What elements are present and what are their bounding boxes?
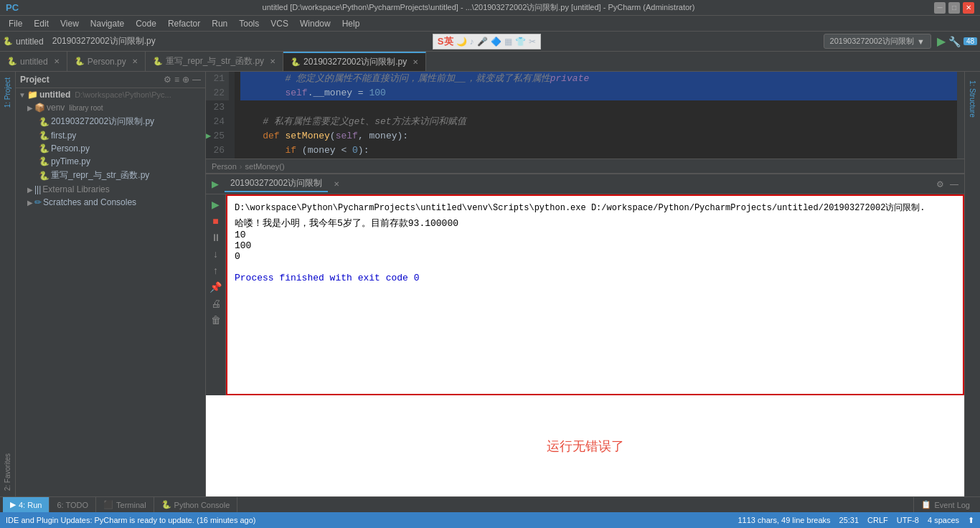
panel-actions: ⚙ ≡ ⊕ — bbox=[164, 75, 201, 85]
tab-access-close[interactable]: ✕ bbox=[413, 58, 418, 66]
bottom-tab-terminal-label: Terminal bbox=[116, 501, 146, 509]
run-panel: ▶ 201903272002访问限制 ✕ ⚙ — ▶ ■ ⏸ ↓ ↑ 📌 bbox=[206, 173, 964, 395]
run-pause-button[interactable]: ⏸ bbox=[209, 230, 223, 245]
tree-pytime-icon: 🐍 bbox=[39, 156, 50, 166]
sougou-pen-icon[interactable]: 🔷 bbox=[491, 37, 501, 47]
tab-access[interactable]: 🐍 201903272002访问限制.py ✕ bbox=[283, 52, 426, 71]
status-position: 25:31 bbox=[839, 516, 859, 525]
terminal-icon: ⬛ bbox=[103, 500, 113, 509]
tab-person-close[interactable]: ✕ bbox=[132, 57, 138, 65]
menu-run[interactable]: Run bbox=[206, 17, 233, 30]
sougou-mic-icon[interactable]: 🎤 bbox=[477, 37, 488, 47]
run-tab-label[interactable]: 201903272002访问限制 bbox=[225, 176, 328, 192]
editor-area[interactable]: 21 22 23 24 25 ▶ 26 27 bbox=[206, 72, 964, 173]
sougou-note-icon[interactable]: ♪ bbox=[470, 37, 474, 47]
menu-file[interactable]: File bbox=[3, 17, 28, 30]
project-dropdown[interactable]: 201903272002访问限制 ▼ bbox=[824, 34, 931, 49]
tree-item-first[interactable]: 🐍 first.py bbox=[16, 129, 205, 142]
tree-item-untitled-root[interactable]: ▼ 📁 untitled D:\workspace\Python\Pyc... bbox=[16, 88, 205, 101]
tree-first-label: first.py bbox=[51, 131, 76, 141]
run-output-line-2: 10 bbox=[235, 230, 956, 240]
run-trash-button[interactable]: 🗑 bbox=[209, 313, 223, 327]
event-log-tab[interactable]: 📋 Event Log bbox=[913, 497, 977, 513]
status-info: 1113 chars, 49 line breaks 25:31 CRLF UT… bbox=[738, 516, 975, 525]
tab-untitled-close[interactable]: ✕ bbox=[54, 57, 60, 65]
code-content[interactable]: # 您定义的属性不能直接访问，属性前加__，就变成了私有属性private se… bbox=[235, 72, 957, 159]
left-tab-strip: 1: Project 2: Favorites bbox=[0, 72, 16, 496]
event-log-label: Event Log bbox=[934, 501, 970, 509]
run-print-button[interactable]: 🖨 bbox=[209, 296, 223, 311]
menu-view[interactable]: View bbox=[55, 17, 85, 30]
top-bar: 🐍 untitled 201903272002访问限制.py S英 🌙 ♪ 🎤 … bbox=[0, 32, 980, 52]
sidebar-item-project[interactable]: 1: Project bbox=[1, 72, 14, 113]
tree-first-icon: 🐍 bbox=[39, 131, 50, 141]
bottom-tab-terminal[interactable]: ⬛ Terminal bbox=[96, 497, 154, 513]
run-button[interactable]: ▶ bbox=[937, 34, 946, 48]
panel-settings-icon[interactable]: ⚙ bbox=[164, 75, 171, 85]
tab-person[interactable]: 🐍 Person.py ✕ bbox=[67, 52, 146, 71]
menu-window[interactable]: Window bbox=[294, 17, 336, 30]
tree-item-person[interactable]: 🐍 Person.py bbox=[16, 142, 205, 155]
run-output-line-1: 哈喽！我是小明，我今年5岁了。目前存款93.100000 bbox=[235, 217, 956, 230]
tree-item-repr[interactable]: 🐍 重写_repr_与_str_函数.py bbox=[16, 168, 205, 183]
bottom-tab-python-console-label: Python Console bbox=[174, 501, 230, 509]
run-tab-close-icon[interactable]: ✕ bbox=[334, 180, 339, 188]
run-scroll-up-button[interactable]: ↑ bbox=[209, 263, 223, 278]
bottom-tab-todo[interactable]: 6: TODO bbox=[50, 497, 96, 513]
menu-help[interactable]: Help bbox=[336, 17, 366, 30]
bottom-tabs-bar: ▶ 4: Run 6: TODO ⬛ Terminal 🐍 Python Con… bbox=[0, 496, 980, 512]
tab-repr[interactable]: 🐍 重写_repr_与_str_函数.py ✕ bbox=[146, 52, 283, 71]
window-controls: ─ □ ✕ bbox=[934, 2, 974, 14]
bottom-tab-run[interactable]: ▶ 4: Run bbox=[3, 497, 50, 513]
line-num-24: 24 bbox=[206, 115, 229, 129]
run-panel-header: ▶ 201903272002访问限制 ✕ ⚙ — bbox=[206, 174, 964, 194]
tree-venv-label: venv bbox=[47, 103, 65, 113]
tree-access-label: 201903272002访问限制.py bbox=[51, 116, 154, 128]
panel-layout-icon[interactable]: ≡ bbox=[174, 75, 179, 85]
tree-item-ext-libs[interactable]: ▶ ||| External Libraries bbox=[16, 183, 205, 196]
tab-untitled[interactable]: 🐍 untitled ✕ bbox=[0, 52, 67, 71]
panel-sync-icon[interactable]: ⊕ bbox=[182, 75, 189, 85]
run-play-button[interactable]: ▶ bbox=[209, 197, 223, 212]
run-content: ▶ ■ ⏸ ↓ ↑ 📌 🖨 🗑 D:\workspace\Python\Pych… bbox=[206, 194, 964, 395]
tree-venv-expand: ▶ bbox=[27, 104, 33, 112]
code-line-22: self.__money = 100 bbox=[240, 86, 957, 100]
tree-item-access-file[interactable]: 🐍 201903272002访问限制.py bbox=[16, 114, 205, 129]
run-scroll-down-button[interactable]: ↓ bbox=[209, 247, 223, 261]
tree-item-pytime[interactable]: 🐍 pyTime.py bbox=[16, 155, 205, 168]
tab-repr-close[interactable]: ✕ bbox=[270, 57, 275, 65]
maximize-button[interactable]: □ bbox=[948, 2, 960, 14]
tree-item-scratches[interactable]: ▶ ✏ Scratches and Consoles bbox=[16, 196, 205, 209]
sidebar-item-favorites[interactable]: 2: Favorites bbox=[1, 448, 14, 496]
run-panel-settings-icon[interactable]: ⚙ bbox=[936, 179, 944, 189]
menu-refactor[interactable]: Refactor bbox=[162, 17, 206, 30]
sougou-scissors-icon[interactable]: ✂ bbox=[529, 37, 536, 47]
bottom-tab-run-label: 4: Run bbox=[19, 501, 42, 509]
sidebar-item-structure[interactable]: 1: Structure bbox=[966, 75, 979, 123]
menu-navigate[interactable]: Navigate bbox=[85, 17, 130, 30]
dropdown-chevron-icon: ▼ bbox=[917, 37, 925, 46]
tree-item-venv[interactable]: ▶ 📦 venv library root bbox=[16, 101, 205, 114]
run-panel-kebab-icon[interactable]: — bbox=[950, 179, 958, 189]
menu-vcs[interactable]: VCS bbox=[265, 17, 294, 30]
sougou-shirt-icon[interactable]: 👕 bbox=[515, 37, 526, 47]
tree-root-label: untitled bbox=[39, 90, 70, 100]
build-settings-button[interactable]: 🔧 bbox=[948, 36, 961, 47]
tree-scratches-expand: ▶ bbox=[27, 199, 33, 207]
tree-repr-label: 重写_repr_与_str_函数.py bbox=[51, 169, 149, 182]
bottom-tab-python-console[interactable]: 🐍 Python Console bbox=[154, 497, 238, 513]
sougou-moon-icon[interactable]: 🌙 bbox=[456, 37, 467, 47]
run-command-line: D:\workspace\Python\PycharmProjects\unti… bbox=[235, 202, 956, 214]
sougou-grid-icon[interactable]: ▦ bbox=[504, 37, 512, 47]
menu-code[interactable]: Code bbox=[130, 17, 162, 30]
menu-tools[interactable]: Tools bbox=[233, 17, 265, 30]
panel-close-icon[interactable]: — bbox=[192, 75, 201, 85]
run-pin-button[interactable]: 📌 bbox=[209, 280, 223, 294]
menu-edit[interactable]: Edit bbox=[28, 17, 55, 30]
close-button[interactable]: ✕ bbox=[963, 2, 974, 14]
minimize-button[interactable]: ─ bbox=[934, 2, 946, 14]
right-tab-strip: 1: Structure bbox=[964, 72, 980, 496]
tree-root-path: D:\workspace\Python\Pyc... bbox=[75, 90, 171, 99]
tree-ext-icon: ||| bbox=[34, 184, 41, 194]
run-stop-button[interactable]: ■ bbox=[209, 214, 223, 228]
